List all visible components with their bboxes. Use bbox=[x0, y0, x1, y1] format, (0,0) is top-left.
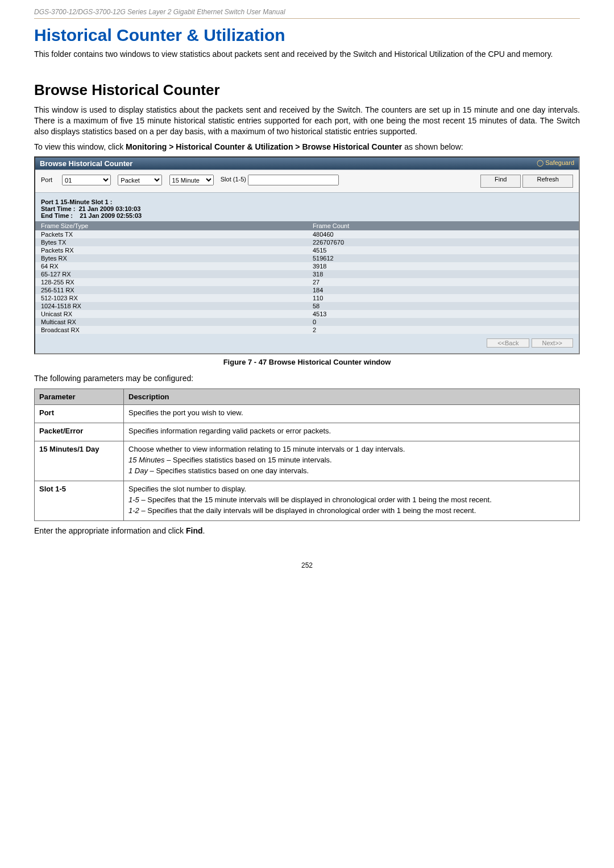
cell-frame-type: Packets TX bbox=[35, 230, 307, 238]
safeguard-icon: ◯ bbox=[537, 159, 545, 166]
ptable-param-desc: Specifies information regarding valid pa… bbox=[124, 423, 580, 441]
cell-frame-count: 184 bbox=[307, 286, 579, 294]
closing-post: . bbox=[202, 526, 205, 535]
packet-select[interactable]: Packet bbox=[118, 175, 162, 185]
cell-frame-count: 27 bbox=[307, 278, 579, 286]
ptable-param-name: 15 Minutes/1 Day bbox=[35, 441, 124, 481]
ptable-param-name: Packet/Error bbox=[35, 423, 124, 441]
ptable-param-desc: Specifies the port you wish to view. bbox=[124, 405, 580, 423]
ptable-row: 15 Minutes/1 DayChoose whether to view i… bbox=[35, 441, 580, 481]
table-row: Bytes RX519612 bbox=[35, 254, 579, 262]
safeguard-text: Safeguard bbox=[545, 159, 574, 166]
cell-frame-type: 65-127 RX bbox=[35, 270, 307, 278]
cell-frame-type: Broadcast RX bbox=[35, 326, 307, 334]
slot-heading: Port 1 15-Minute Slot 1 : bbox=[41, 199, 112, 205]
cell-frame-type: Bytes TX bbox=[35, 238, 307, 246]
page-number: 252 bbox=[34, 561, 580, 569]
port-label: Port bbox=[41, 176, 60, 183]
cell-frame-count: 226707670 bbox=[307, 238, 579, 246]
ptable-row: Packet/ErrorSpecifies information regard… bbox=[35, 423, 580, 441]
section-title: Historical Counter & Utilization bbox=[34, 26, 580, 44]
window-titlebar: Browse Historical Counter ◯ Safeguard bbox=[35, 158, 579, 170]
cell-frame-count: 4513 bbox=[307, 310, 579, 318]
cell-frame-type: 512-1023 RX bbox=[35, 294, 307, 302]
cell-frame-type: Multicast RX bbox=[35, 318, 307, 326]
port-select[interactable]: 01 bbox=[62, 175, 111, 185]
th-frame-type: Frame Size/Type bbox=[35, 221, 307, 230]
slot-input[interactable] bbox=[248, 175, 339, 185]
intro3-post: as shown below: bbox=[404, 142, 463, 151]
th-frame-count: Frame Count bbox=[307, 221, 579, 230]
toolbar: Port 01 Packet 15 Minute Slot (1-5) Find… bbox=[35, 170, 579, 193]
table-row: Bytes TX226707670 bbox=[35, 238, 579, 246]
ptable-head-param: Parameter bbox=[35, 389, 124, 405]
subsection-title: Browse Historical Counter bbox=[34, 81, 580, 99]
cell-frame-count: 0 bbox=[307, 318, 579, 326]
safeguard-badge: ◯ Safeguard bbox=[537, 159, 574, 168]
cell-frame-count: 58 bbox=[307, 302, 579, 310]
cell-frame-count: 2 bbox=[307, 326, 579, 334]
cell-frame-count: 110 bbox=[307, 294, 579, 302]
table-row: 1024-1518 RX58 bbox=[35, 302, 579, 310]
table-row: 65-127 RX318 bbox=[35, 270, 579, 278]
slot-info-block: Port 1 15-Minute Slot 1 : Start Time : 2… bbox=[35, 193, 579, 221]
start-time-label: Start Time : bbox=[41, 205, 75, 212]
find-button[interactable]: Find bbox=[480, 175, 521, 188]
table-row: 128-255 RX27 bbox=[35, 278, 579, 286]
cell-frame-count: 318 bbox=[307, 270, 579, 278]
table-row: Packets TX480460 bbox=[35, 230, 579, 238]
slot-label: Slot (1-5) bbox=[221, 176, 246, 183]
cell-frame-type: 128-255 RX bbox=[35, 278, 307, 286]
cell-frame-type: 64 RX bbox=[35, 262, 307, 270]
cell-frame-count: 3918 bbox=[307, 262, 579, 270]
intro-paragraph-3: To view this window, click Monitoring > … bbox=[34, 142, 580, 152]
ptable-param-name: Port bbox=[35, 405, 124, 423]
ptable-head-desc: Description bbox=[124, 389, 580, 405]
intro-paragraph-1: This folder contains two windows to view… bbox=[34, 49, 580, 60]
intro3-pre: To view this window, click bbox=[34, 142, 126, 151]
back-button[interactable]: <<Back bbox=[487, 338, 529, 348]
table-header-row: Frame Size/Type Frame Count bbox=[35, 221, 579, 230]
ptable-param-desc: Choose whether to view information relat… bbox=[124, 441, 580, 481]
ptable-row: PortSpecifies the port you wish to view. bbox=[35, 405, 580, 423]
table-row: Unicast RX4513 bbox=[35, 310, 579, 318]
closing-bold: Find bbox=[186, 526, 203, 535]
table-row: 64 RX3918 bbox=[35, 262, 579, 270]
table-row: Multicast RX0 bbox=[35, 318, 579, 326]
ptable-param-name: Slot 1-5 bbox=[35, 481, 124, 521]
cell-frame-type: Bytes RX bbox=[35, 254, 307, 262]
closing-paragraph: Enter the appropriate information and cl… bbox=[34, 526, 580, 536]
cell-frame-type: 1024-1518 RX bbox=[35, 302, 307, 310]
cell-frame-type: Unicast RX bbox=[35, 310, 307, 318]
cell-frame-type: Packets RX bbox=[35, 246, 307, 254]
screenshot-browse-historical-counter: Browse Historical Counter ◯ Safeguard Po… bbox=[34, 156, 580, 354]
refresh-button[interactable]: Refresh bbox=[522, 175, 573, 188]
running-header: DGS-3700-12/DGS-3700-12G Series Layer 2 … bbox=[34, 0, 580, 19]
end-time-label: End Time : bbox=[41, 212, 73, 219]
next-button[interactable]: Next>> bbox=[532, 338, 573, 348]
figure-caption: Figure 7 - 47 Browse Historical Counter … bbox=[34, 358, 580, 366]
frame-table: Frame Size/Type Frame Count Packets TX48… bbox=[35, 221, 579, 334]
pagination-footer: <<Back Next>> bbox=[35, 334, 579, 353]
intro3-bold: Monitoring > Historical Counter & Utiliz… bbox=[126, 142, 402, 151]
ptable-row: Slot 1-5Specifies the slot number to dis… bbox=[35, 481, 580, 521]
params-intro: The following parameters may be configur… bbox=[34, 373, 580, 384]
table-row: Packets RX4515 bbox=[35, 246, 579, 254]
table-row: Broadcast RX2 bbox=[35, 326, 579, 334]
window-title: Browse Historical Counter bbox=[40, 159, 132, 168]
ptable-param-desc: Specifies the slot number to display.1-5… bbox=[124, 481, 580, 521]
end-time-value: 21 Jan 2009 02:55:03 bbox=[80, 212, 142, 219]
parameter-table: Parameter Description PortSpecifies the … bbox=[34, 388, 580, 521]
cell-frame-type: 256-511 RX bbox=[35, 286, 307, 294]
intro-paragraph-2: This window is used to display statistic… bbox=[34, 105, 580, 137]
table-row: 512-1023 RX110 bbox=[35, 294, 579, 302]
cell-frame-count: 480460 bbox=[307, 230, 579, 238]
table-row: 256-511 RX184 bbox=[35, 286, 579, 294]
closing-pre: Enter the appropriate information and cl… bbox=[34, 526, 186, 535]
cell-frame-count: 4515 bbox=[307, 246, 579, 254]
start-time-value: 21 Jan 2009 03:10:03 bbox=[78, 205, 140, 212]
interval-select[interactable]: 15 Minute bbox=[169, 175, 214, 185]
cell-frame-count: 519612 bbox=[307, 254, 579, 262]
